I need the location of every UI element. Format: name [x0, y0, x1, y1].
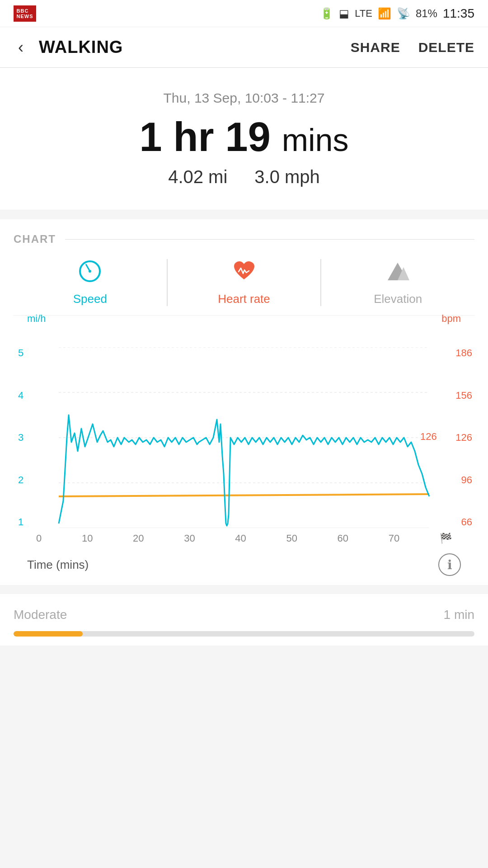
- x-label-60: 60: [338, 533, 348, 544]
- y-left-1: 1: [18, 516, 23, 528]
- date-range: Thu, 13 Sep, 10:03 - 11:27: [14, 90, 474, 106]
- nav-actions: SHARE DELETE: [351, 40, 474, 55]
- tab-elevation[interactable]: Elevation: [320, 259, 474, 306]
- time-axis-label: Time (mins): [27, 558, 89, 572]
- y-right-156: 156: [455, 390, 472, 401]
- x-label-10: 10: [82, 533, 93, 544]
- tab-heart-rate[interactable]: Heart rate: [167, 259, 321, 306]
- x-label-20: 20: [133, 533, 144, 544]
- bottom-labels-row: Moderate 1 min: [14, 608, 474, 622]
- x-label-40: 40: [235, 533, 246, 544]
- activity-stats: 4.02 mi 3.0 mph: [14, 167, 474, 201]
- top-nav: ‹ WALKING SHARE DELETE: [0, 27, 488, 68]
- duration-display: 1 hr 19 mins: [14, 115, 474, 160]
- info-button[interactable]: ℹ: [438, 553, 461, 576]
- battery-percent: 81%: [416, 7, 437, 20]
- chart-graph-area: mi/h bpm 5 4 3 2 1 186 156 126: [0, 329, 488, 585]
- speed-tab-label: Speed: [73, 292, 107, 306]
- speed-icon: [78, 259, 103, 288]
- activity-header: Thu, 13 Sep, 10:03 - 11:27 1 hr 19 mins …: [0, 68, 488, 210]
- x-axis: 0 10 20 30 40 50 60 70 🏁: [14, 528, 474, 549]
- page-title: WALKING: [39, 38, 351, 57]
- tab-speed[interactable]: Speed: [14, 259, 167, 306]
- status-bar: BBCNEWS 🔋 ⬓ LTE 📶 📡 81% 11:35: [0, 0, 488, 27]
- duration-min: 19: [225, 114, 271, 160]
- back-button[interactable]: ‹: [14, 33, 28, 61]
- y-right-126: 126: [455, 432, 472, 443]
- y-axis-left-unit: mi/h: [27, 313, 46, 325]
- chart-label: CHART: [14, 233, 474, 245]
- duration-hr: 1 hr: [140, 114, 214, 160]
- heart-tab-label: Heart rate: [218, 292, 270, 306]
- x-label-0: 0: [36, 533, 42, 544]
- svg-point-2: [89, 270, 91, 273]
- y-left-2: 2: [18, 474, 23, 486]
- y-left-5: 5: [18, 347, 23, 359]
- time-label-row: Time (mins) ℹ: [14, 549, 474, 585]
- wifi-icon: 📶: [378, 7, 391, 20]
- y-right-96: 96: [455, 474, 472, 486]
- y-left-3: 3: [18, 432, 23, 443]
- distance-value: 4.02 mi: [168, 167, 227, 187]
- y-right-66: 66: [455, 516, 472, 528]
- chart-svg: 126: [41, 347, 447, 528]
- elevation-tab-label: Elevation: [374, 292, 422, 306]
- x-label-50: 50: [286, 533, 297, 544]
- x-label-70: 70: [389, 533, 399, 544]
- progress-bar-fill: [14, 631, 83, 637]
- progress-bar: [14, 631, 474, 637]
- elevation-icon: [385, 259, 410, 288]
- y-right-186: 186: [455, 347, 472, 359]
- status-time: 11:35: [443, 6, 474, 21]
- svg-text:126: 126: [420, 431, 437, 442]
- status-left: BBCNEWS: [14, 5, 36, 22]
- duration-label: 1 min: [444, 608, 474, 622]
- y-axis-right-unit: bpm: [441, 313, 461, 325]
- bottom-section: Moderate 1 min: [0, 594, 488, 646]
- duration-min-label: mins: [282, 123, 349, 158]
- main-content: Thu, 13 Sep, 10:03 - 11:27 1 hr 19 mins …: [0, 68, 488, 646]
- lte-icon: LTE: [355, 8, 372, 19]
- delete-button[interactable]: DELETE: [418, 40, 474, 55]
- chart-tabs: Speed Heart rate: [14, 259, 474, 316]
- heart-rate-icon: [232, 259, 257, 288]
- speed-value: 3.0 mph: [254, 167, 320, 187]
- bluetooth-icon: ⬓: [339, 7, 349, 20]
- signal-icon: 📡: [397, 7, 410, 20]
- moderate-label: Moderate: [14, 608, 67, 622]
- x-label-flag: 🏁: [440, 533, 452, 544]
- x-label-30: 30: [184, 533, 195, 544]
- battery-icon: 🔋: [320, 7, 333, 20]
- svg-line-10: [59, 494, 429, 496]
- status-right: 🔋 ⬓ LTE 📶 📡 81% 11:35: [320, 6, 474, 21]
- y-left-4: 4: [18, 390, 23, 401]
- bbc-logo: BBCNEWS: [14, 5, 36, 22]
- chart-section: CHART Speed: [0, 219, 488, 585]
- share-button[interactable]: SHARE: [351, 40, 400, 55]
